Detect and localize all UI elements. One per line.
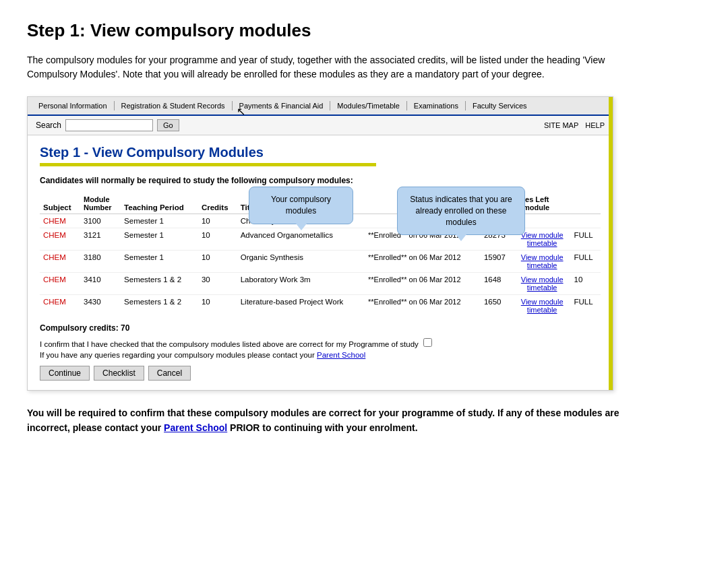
col-full [571,193,601,214]
nav-bar: Personal Information Registration & Stud… [28,97,613,116]
nav-registration[interactable]: Registration & Student Records [116,100,231,112]
cell-c-3: 1648 [481,273,514,295]
cell-title-2: Organic Synthesis [237,251,365,273]
cell-module-4: 3430 [80,295,121,317]
nav-separator-3 [330,101,330,110]
search-label: Search [36,121,61,130]
cell-title-1: Advanced Organometallics [237,228,365,251]
intro-paragraph: The compulsory modules for your programm… [27,53,634,81]
screenshot-container: ↖ Personal Information Registration & St… [27,96,613,391]
nav-separator-4 [406,101,407,110]
cell-c-4: 1650 [481,295,514,317]
cell-viewlink-3: View moduletimetable [514,273,571,295]
search-go-button[interactable]: Go [157,119,179,131]
parent-school-bottom-link[interactable]: Parent School [164,422,227,433]
tooltip-right-arrow [456,234,466,241]
cell-subject-3: CHEM [40,273,80,295]
cell-credits-4: 10 [198,295,237,317]
continue-button[interactable]: Continue [40,366,90,381]
nav-examinations[interactable]: Examinations [408,100,464,112]
page-title: Step 1: View compulsory modules [27,20,701,41]
cell-module-0: 3100 [80,214,121,228]
cell-module-3: 3410 [80,273,121,295]
parent-school-link-inner[interactable]: Parent School [317,351,365,359]
tooltip-compulsory-modules: Your compulsory modules [249,187,353,224]
subject-link-2[interactable]: CHEM [43,253,66,261]
cell-credits-3: 30 [198,273,237,295]
nav-separator-5 [465,101,466,110]
site-map-link[interactable]: SITE MAP [544,121,578,129]
tooltip-left-arrow [296,224,307,230]
cell-period-4: Semesters 1 & 2 [121,295,198,317]
cell-module-1: 3121 [80,228,121,251]
nav-faculty[interactable]: Faculty Services [467,100,533,112]
cell-full-4: FULL [571,295,601,317]
cell-viewlink-2: View moduletimetable [514,251,571,273]
table-row: CHEM 3410 Semesters 1 & 2 30 Laboratory … [40,273,601,295]
inner-page-title: Step 1 - View Compulsory Modules [40,145,601,160]
candidates-text: Candidates will normally be required to … [40,176,601,185]
cell-status-2: **Enrolled** on 06 Mar 2012 [365,251,481,273]
cell-period-0: Semester 1 [121,214,198,228]
search-bar: Search Go SITE MAP HELP [28,116,613,135]
col-credits: Credits [198,193,237,214]
cell-status-4: **Enrolled** on 06 Mar 2012 [365,295,481,317]
nav-personal-info[interactable]: Personal Information [33,100,113,112]
action-buttons: Continue Checklist Cancel [40,366,601,381]
cell-credits-1: 10 [198,228,237,251]
bottom-paragraph: You will be required to confirm that the… [27,405,634,436]
right-accent-bar [609,97,613,390]
cell-c-2: 15907 [481,251,514,273]
confirm-text: I confirm that I have checked that the c… [40,338,601,348]
cell-subject-1: CHEM [40,228,80,251]
cell-period-2: Semester 1 [121,251,198,273]
help-link[interactable]: HELP [585,121,605,129]
cell-title-3: Laboratory Work 3m [237,273,365,295]
view-module-link-2[interactable]: View moduletimetable [517,253,568,269]
subject-link-3[interactable]: CHEM [43,275,66,284]
search-left: Search Go [36,119,179,131]
cell-credits-2: 10 [198,251,237,273]
subject-link-0[interactable]: CHEM [43,217,66,225]
table-row: CHEM 3430 Semesters 1 & 2 10 Literature-… [40,295,601,317]
nav-separator-1 [114,101,115,110]
cell-period-3: Semesters 1 & 2 [121,273,198,295]
table-row: CHEM 3180 Semester 1 10 Organic Synthesi… [40,251,601,273]
cell-subject-4: CHEM [40,295,80,317]
col-subject: Subject [40,193,80,214]
nav-modules[interactable]: Modules/Timetable [332,100,405,112]
view-module-link-1[interactable]: View moduletimetable [517,231,568,247]
inner-content: Step 1 - View Compulsory Modules Candida… [28,135,613,390]
tooltip-status: Status indicates that you are already en… [397,187,525,235]
cell-credits-0: 10 [198,214,237,228]
table-wrapper: Your compulsory modules Status indicates… [40,193,601,317]
cell-full-3: 10 [571,273,601,295]
confirm-checkbox[interactable] [423,338,432,347]
view-module-link-4[interactable]: View moduletimetable [517,298,568,314]
compulsory-credits: Compulsory credits: 70 [40,323,601,333]
cancel-button[interactable]: Cancel [148,366,191,381]
cell-status-3: **Enrolled** on 06 Mar 2012 [365,273,481,295]
cell-module-2: 3180 [80,251,121,273]
subject-link-1[interactable]: CHEM [43,231,66,239]
col-period: Teaching Period [121,193,198,214]
cell-period-1: Semester 1 [121,228,198,251]
cell-subject-0: CHEM [40,214,80,228]
search-input[interactable] [65,119,153,131]
cell-subject-2: CHEM [40,251,80,273]
search-right: SITE MAP HELP [544,121,605,129]
nav-separator-2 [232,101,233,110]
cell-full-0 [571,214,601,228]
nav-payments[interactable]: Payments & Financial Aid [234,100,329,112]
bottom-text-part2: PRIOR to continuing with your enrolment. [227,422,417,433]
cell-viewlink-4: View moduletimetable [514,295,571,317]
yellow-divider [40,163,376,166]
cell-full-2: FULL [571,251,601,273]
checklist-button[interactable]: Checklist [94,366,144,381]
cell-full-1: FULL [571,228,601,251]
col-module: ModuleNumber [80,193,121,214]
view-module-link-3[interactable]: View moduletimetable [517,275,568,292]
subject-link-4[interactable]: CHEM [43,298,66,306]
queries-text: If you have any queries regarding your c… [40,351,601,359]
cell-title-4: Literature-based Project Work [237,295,365,317]
